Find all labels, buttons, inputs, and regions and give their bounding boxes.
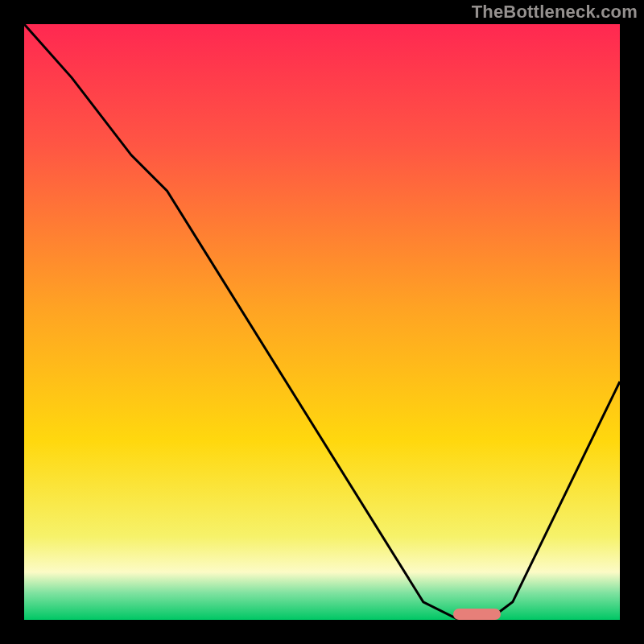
- chart-frame: TheBottleneck.com: [0, 0, 644, 644]
- plot-area: [24, 24, 620, 620]
- optimal-zone-marker: [453, 609, 501, 620]
- bottleneck-curve: [24, 24, 620, 620]
- curve-layer: [24, 24, 620, 620]
- watermark-text: TheBottleneck.com: [472, 2, 638, 23]
